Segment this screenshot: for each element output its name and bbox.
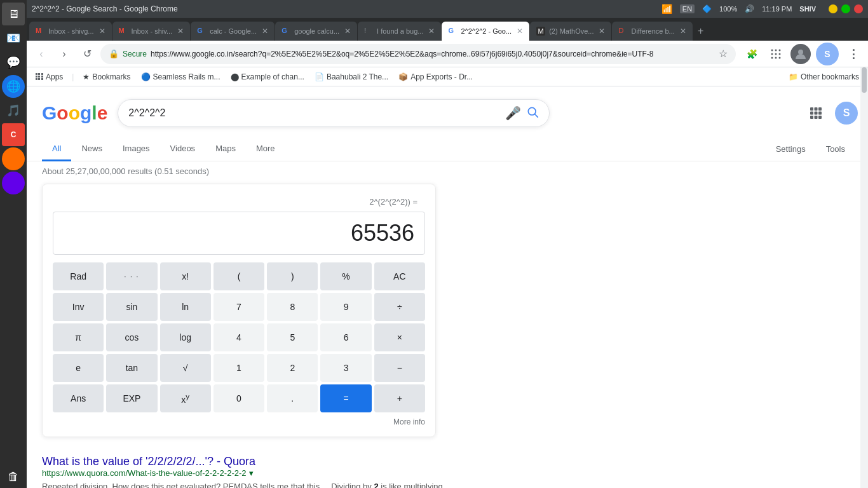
tab-inbox1[interactable]: M Inbox - shivg... ✕	[29, 22, 112, 41]
search-box[interactable]: 🎤	[118, 99, 550, 127]
result-link-1[interactable]: What is the value of '2/2/2/2/2/...'? - …	[42, 455, 255, 468]
tab-news[interactable]: News	[71, 137, 112, 161]
profile-icon[interactable]	[790, 44, 811, 64]
calc-3-btn[interactable]: 3	[320, 354, 371, 382]
calc-5-btn[interactable]: 5	[267, 323, 318, 351]
calc-divide-btn[interactable]: ÷	[374, 293, 425, 321]
other-bookmarks[interactable]: 📁 Other bookmarks	[785, 71, 863, 83]
tab-bug[interactable]: ! I found a bug... ✕	[358, 22, 441, 41]
bookmark-baahubali[interactable]: 📄 Baahubali 2 The...	[311, 71, 392, 83]
tab-maps[interactable]: Maps	[205, 137, 246, 161]
google-apps-button[interactable]	[804, 102, 827, 125]
new-tab-btn[interactable]: +	[693, 22, 709, 41]
bookmark-icon[interactable]: ☆	[719, 48, 728, 60]
calc-rad-btn[interactable]: Rad	[53, 262, 104, 290]
scrollbar-thumb[interactable]	[862, 67, 867, 93]
address-bar[interactable]: 🔒 Secure https://www.google.co.in/search…	[100, 44, 736, 64]
tab-close-calc2[interactable]: ✕	[344, 27, 351, 36]
win-minimize-btn[interactable]	[829, 4, 837, 13]
extensions-button[interactable]: 🧩	[742, 44, 761, 64]
tab-math[interactable]: M (2) MathOve... ✕	[530, 22, 611, 41]
scrollbar[interactable]	[860, 67, 868, 488]
bookmark-github[interactable]: ⬤ Example of chan...	[227, 71, 308, 83]
calc-equals-btn[interactable]: =	[320, 384, 371, 412]
tools-button[interactable]: Tools	[818, 138, 853, 160]
calc-factorial-btn[interactable]: x!	[160, 262, 211, 290]
win-close-btn[interactable]	[854, 4, 863, 13]
calc-multiply-btn[interactable]: ×	[374, 323, 425, 351]
calc-9-btn[interactable]: 9	[320, 293, 371, 321]
os-icon-mail[interactable]: 📧	[2, 27, 25, 50]
bookmark-appexports[interactable]: 📦 App Exports - Dr...	[395, 71, 477, 83]
os-icon-music[interactable]: 🎵	[2, 99, 25, 122]
google-avatar[interactable]: S	[835, 102, 858, 125]
calc-e-btn[interactable]: e	[53, 354, 104, 382]
win-maximize-btn[interactable]	[841, 4, 850, 13]
microphone-icon[interactable]: 🎤	[505, 105, 521, 121]
forward-button[interactable]: ›	[55, 44, 74, 64]
tab-all[interactable]: All	[42, 137, 71, 161]
search-button-icon[interactable]	[526, 105, 539, 121]
calc-2-btn[interactable]: 2	[267, 354, 318, 382]
calc-ln-btn[interactable]: ln	[160, 293, 211, 321]
calc-xy-btn[interactable]: xy	[160, 384, 211, 412]
calc-0-btn[interactable]: 0	[214, 384, 264, 412]
calc-8-btn[interactable]: 8	[267, 293, 318, 321]
os-icon-red[interactable]: C	[2, 123, 25, 146]
google-logo[interactable]: Google	[42, 102, 107, 124]
tab-close-diff[interactable]: ✕	[680, 27, 686, 36]
calc-minus-btn[interactable]: −	[374, 354, 425, 382]
calc-ans-btn[interactable]: Ans	[53, 384, 104, 412]
calc-dot-btn[interactable]: .	[267, 384, 318, 412]
calc-sin-btn[interactable]: sin	[106, 293, 157, 321]
calc-ac-btn[interactable]: AC	[374, 262, 425, 290]
tab-images[interactable]: Images	[112, 137, 160, 161]
apps-grid-button[interactable]	[766, 44, 785, 64]
os-icon-trash[interactable]: 🗑	[2, 465, 25, 488]
os-icon-purple[interactable]	[2, 172, 25, 194]
os-icon-orange[interactable]	[2, 147, 25, 170]
calc-tan-btn[interactable]: tan	[106, 354, 157, 382]
menu-button[interactable]: ⋮	[844, 44, 863, 64]
os-icon-finder[interactable]: 🖥	[2, 3, 25, 25]
tab-close-math[interactable]: ✕	[599, 27, 605, 36]
bookmark-seamless[interactable]: 🔵 Seamless Rails m...	[137, 71, 224, 83]
calc-sqrt-btn[interactable]: √	[160, 354, 211, 382]
result-url-arrow-1[interactable]: ▾	[249, 468, 254, 478]
tab-active-search[interactable]: G 2^2^2^2 - Goo... ✕	[442, 22, 529, 41]
calc-close-paren-btn[interactable]: )	[267, 262, 318, 290]
calc-dots-btn[interactable]: · · ·	[106, 262, 157, 290]
tab-close-inbox2[interactable]: ✕	[177, 27, 184, 36]
tab-diff[interactable]: D Difference b... ✕	[612, 22, 692, 41]
os-icon-messages[interactable]: 💬	[2, 51, 25, 74]
tab-close-calc1[interactable]: ✕	[262, 27, 268, 36]
tab-inbox2[interactable]: M Inbox - shiv... ✕	[112, 22, 191, 41]
calc-cos-btn[interactable]: cos	[106, 323, 157, 351]
tab-calc1[interactable]: G calc - Google... ✕	[191, 22, 275, 41]
tab-close-inbox1[interactable]: ✕	[99, 27, 105, 36]
calc-6-btn[interactable]: 6	[320, 323, 371, 351]
tab-calc2[interactable]: G google calcu... ✕	[275, 22, 357, 41]
calc-open-paren-btn[interactable]: (	[214, 262, 264, 290]
bookmark-apps[interactable]: Apps	[32, 71, 67, 83]
calc-plus-btn[interactable]: +	[374, 384, 425, 412]
more-info-link[interactable]: More info	[53, 417, 425, 426]
back-button[interactable]: ‹	[32, 44, 51, 64]
settings-button[interactable]: Settings	[768, 138, 813, 160]
tab-videos[interactable]: Videos	[160, 137, 206, 161]
calc-exp-btn[interactable]: EXP	[106, 384, 157, 412]
tab-close-bug[interactable]: ✕	[428, 27, 435, 36]
reload-button[interactable]: ↺	[78, 44, 97, 64]
calc-log-btn[interactable]: log	[160, 323, 211, 351]
avatar[interactable]: S	[816, 43, 839, 65]
os-icon-chrome[interactable]: 🌐	[2, 75, 25, 98]
tab-close-active[interactable]: ✕	[517, 27, 523, 36]
calc-4-btn[interactable]: 4	[214, 323, 264, 351]
calc-1-btn[interactable]: 1	[214, 354, 264, 382]
calc-7-btn[interactable]: 7	[214, 293, 264, 321]
calc-percent-btn[interactable]: %	[320, 262, 371, 290]
bookmark-star[interactable]: ★ Bookmarks	[79, 71, 134, 83]
search-input[interactable]	[128, 107, 500, 119]
calc-pi-btn[interactable]: π	[53, 323, 104, 351]
calc-inv-btn[interactable]: Inv	[53, 293, 104, 321]
